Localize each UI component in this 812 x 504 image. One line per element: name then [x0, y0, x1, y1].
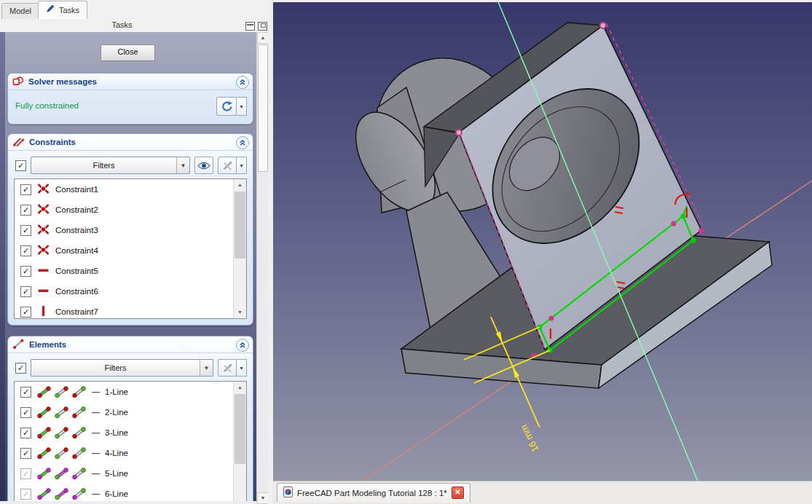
elements-master-checkbox[interactable]: ✓ — [15, 363, 26, 374]
element-label: 5-Line — [105, 469, 128, 478]
line-icon — [54, 447, 69, 460]
constraint-row[interactable]: ✓Constraint6 — [15, 281, 246, 302]
dock-icon[interactable] — [245, 22, 255, 31]
element-row[interactable]: ✓—2-Line — [15, 402, 246, 422]
element-checkbox[interactable]: ✓ — [20, 468, 31, 479]
constraint-label: Constraint2 — [55, 205, 98, 214]
scroll-down-icon[interactable]: ▼ — [257, 492, 269, 504]
line-icon — [71, 468, 87, 480]
solver-messages-icon — [12, 76, 24, 88]
line-icon — [71, 386, 87, 398]
document-tabbar: FreeCAD Part Modeling Tutorial 128 : 1* … — [273, 481, 812, 504]
document-tab[interactable]: FreeCAD Part Modeling Tutorial 128 : 1* … — [277, 483, 470, 502]
document-tab-label: FreeCAD Part Modeling Tutorial 128 : 1* — [297, 489, 447, 497]
pencil-icon — [46, 1, 55, 20]
constraint-checkbox[interactable]: ✓ — [20, 225, 31, 236]
constraint-checkbox[interactable]: ✓ — [20, 245, 31, 256]
close-icon[interactable]: ✕ — [452, 487, 464, 499]
constraint-row[interactable]: ✓Constraint2 — [15, 200, 246, 220]
constraints-list-scrollbar[interactable]: ▲ ▼ — [233, 179, 246, 318]
element-checkbox[interactable]: ✓ — [20, 428, 31, 438]
constraints-master-checkbox[interactable]: ✓ — [15, 160, 26, 171]
line-icon — [54, 468, 69, 480]
element-checkbox[interactable]: ✓ — [20, 407, 31, 418]
element-row[interactable]: ✓—5-Line — [15, 463, 246, 484]
line-icon — [54, 386, 69, 398]
scrollbar-thumb[interactable] — [258, 44, 268, 172]
constraint-label: Constraint5 — [55, 267, 98, 275]
scroll-up-icon[interactable]: ▲ — [234, 382, 246, 393]
line-icon — [71, 447, 87, 460]
scrollbar-thumb[interactable] — [234, 192, 245, 259]
refresh-icon[interactable] — [216, 97, 237, 116]
constraint-checkbox[interactable]: ✓ — [20, 266, 31, 277]
constraint-checkbox[interactable]: ✓ — [20, 184, 31, 195]
constraint-checkbox[interactable]: ✓ — [20, 307, 31, 318]
chevron-down-icon: ▼ — [176, 157, 189, 173]
constraint-row[interactable]: ✓Constraint4 — [15, 240, 246, 261]
element-label: 6-Line — [105, 489, 128, 498]
constraint-label: Constraint1 — [55, 185, 98, 194]
eye-icon[interactable] — [194, 157, 213, 174]
line-dash-icon: — — [92, 428, 100, 437]
coincident-constraint-icon — [36, 183, 50, 196]
constraint-row[interactable]: ✓Constraint7 — [15, 302, 246, 319]
scroll-up-icon[interactable]: ▲ — [257, 32, 269, 44]
collapse-chevron-icon[interactable] — [236, 339, 249, 352]
element-label: 2-Line — [105, 408, 128, 417]
settings-icon[interactable] — [218, 157, 237, 174]
solver-messages-section: Solver messages Fully constrained ▾ — [7, 73, 253, 125]
elements-icon — [12, 339, 25, 351]
horizontal-constraint-icon — [36, 264, 50, 277]
float-icon[interactable] — [258, 22, 267, 31]
tab-tasks[interactable]: Tasks — [38, 1, 87, 20]
collapse-chevron-icon[interactable] — [236, 136, 249, 149]
element-checkbox[interactable]: ✓ — [20, 489, 31, 500]
chevron-down-icon[interactable]: ▾ — [237, 157, 247, 174]
constraint-settings-button[interactable]: ▾ — [218, 157, 247, 174]
element-label: 4-Line — [105, 449, 128, 457]
constraint-row[interactable]: ✓Constraint3 — [15, 220, 246, 240]
freecad-window: Model Tasks Tasks Close Solver me — [0, 0, 812, 504]
element-row[interactable]: ✓—3-Line — [15, 422, 246, 443]
line-dash-icon: — — [92, 469, 100, 478]
constraint-label: Constraint3 — [55, 226, 98, 235]
constraints-filter-combobox[interactable]: Filters ▼ — [31, 157, 190, 174]
constraints-list: ✓Constraint1✓Constraint2✓Constraint3✓Con… — [14, 178, 247, 319]
tab-model[interactable]: Model — [1, 3, 39, 19]
element-row[interactable]: ✓—1-Line — [15, 382, 246, 402]
constraint-row[interactable]: ✓Constraint5 — [15, 261, 246, 281]
line-dash-icon: — — [92, 387, 100, 396]
update-sketch-button[interactable]: ▾ — [216, 97, 247, 116]
constraint-checkbox[interactable]: ✓ — [20, 205, 31, 216]
line-dash-icon: — — [92, 449, 100, 457]
3d-viewport[interactable]: 16 mm — [273, 0, 812, 481]
panel-scrollbar[interactable]: ▲ ▼ — [256, 32, 269, 504]
chevron-down-icon: ▼ — [200, 360, 213, 376]
elements-section: Elements ✓ Filters ▼ ▾ — [7, 336, 253, 504]
line-icon — [54, 427, 69, 439]
chevron-down-icon[interactable]: ▾ — [237, 97, 247, 116]
scroll-down-icon[interactable]: ▼ — [234, 307, 246, 318]
chevron-down-icon[interactable]: ▾ — [237, 359, 247, 377]
elements-list-scrollbar[interactable]: ▲ — [233, 382, 246, 504]
scroll-up-icon[interactable]: ▲ — [234, 179, 246, 191]
constraint-row[interactable]: ✓Constraint1 — [15, 179, 246, 200]
element-row[interactable]: ✓—4-Line — [15, 443, 246, 463]
collapse-chevron-icon[interactable] — [236, 76, 249, 89]
coincident-constraint-icon — [36, 244, 50, 257]
element-checkbox[interactable]: ✓ — [20, 448, 31, 459]
constraint-checkbox[interactable]: ✓ — [20, 286, 31, 297]
element-settings-button[interactable]: ▾ — [218, 359, 247, 377]
settings-icon[interactable] — [218, 359, 237, 377]
element-checkbox[interactable]: ✓ — [20, 387, 31, 398]
tasks-panel: Model Tasks Tasks Close Solver me — [0, 0, 273, 504]
elements-filter-combobox[interactable]: Filters ▼ — [31, 359, 213, 377]
line-icon — [36, 468, 52, 480]
line-icon — [36, 427, 52, 439]
line-icon — [54, 406, 69, 419]
horizontal-constraint-icon — [36, 285, 50, 298]
scrollbar-thumb[interactable] — [234, 394, 245, 464]
close-button[interactable]: Close — [100, 44, 155, 61]
section-title: Solver messages — [28, 77, 97, 86]
